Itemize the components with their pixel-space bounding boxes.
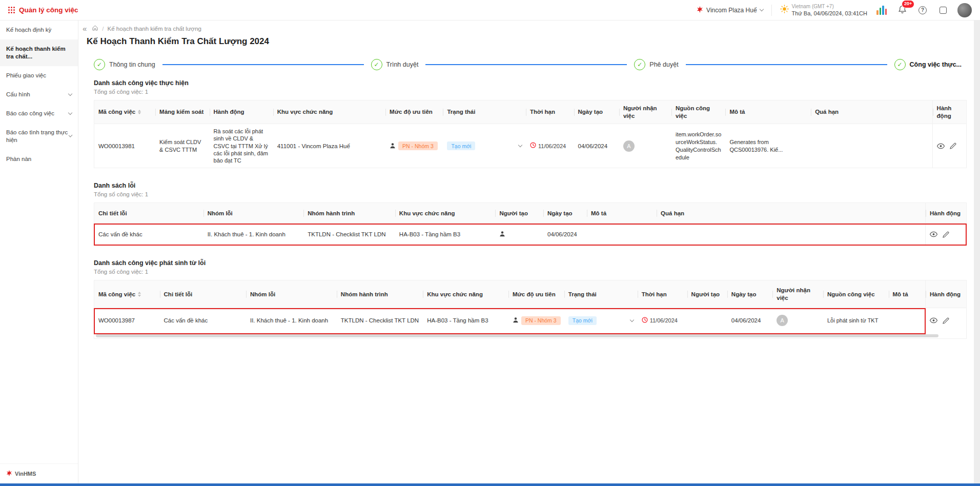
square-icon [940, 7, 947, 14]
scrollbar-thumb[interactable] [96, 334, 938, 337]
sidebar-item-bao-cao-tinh-trang[interactable]: Báo cáo tình trạng thực hiện [0, 123, 78, 150]
table-row[interactable]: Các vấn đề khác II. Khách thuê - 1. Kinh… [94, 224, 966, 245]
col-nguoi-tao: Người tạo [687, 280, 727, 308]
sidebar-collapse-icon[interactable]: « [83, 25, 87, 32]
assignee-avatar[interactable]: A [623, 140, 635, 152]
topbar: Quản lý công việc Vincom Plaza Huế Vietn… [0, 0, 980, 21]
bottom-taskbar-strip [0, 483, 980, 486]
step-phe-duyet[interactable]: ✓ Phê duyệt [634, 59, 678, 70]
frame-button[interactable] [937, 4, 949, 16]
view-icon[interactable] [930, 231, 937, 237]
breadcrumb-current[interactable]: Kế hoạch thanh kiểm tra chất lượng [108, 26, 201, 32]
sidebar-item-cau-hinh[interactable]: Cấu hình [0, 85, 78, 104]
sidebar-item-phan-nan[interactable]: Phàn nàn [0, 150, 78, 169]
notifications-bell[interactable]: 20+ [896, 4, 908, 16]
person-icon [513, 317, 519, 324]
table-header-row: Mã công việc Chi tiết lỗi Nhóm lỗi Nhóm … [94, 280, 966, 308]
col-muc-do-uu-tien: Mức độ ưu tiên [508, 280, 564, 308]
vinhms-logo-icon [6, 470, 12, 477]
sidebar-item-label: Báo cáo công việc [6, 110, 54, 117]
sidebar-item-label: Phiếu giao việc [6, 72, 46, 79]
assignee-avatar[interactable]: A [777, 315, 788, 326]
user-avatar[interactable] [957, 3, 972, 17]
step-connector [425, 64, 627, 65]
col-mo-ta: Mô tả [587, 203, 657, 224]
section-title: Danh sách công việc phát sinh từ lỗi [94, 259, 967, 267]
sort-carets-icon[interactable] [138, 110, 141, 115]
col-qua-han: Quá hạn [657, 203, 925, 224]
step-thong-tin-chung[interactable]: ✓ Thông tin chung [94, 59, 155, 70]
col-khu-vuc-chuc-nang: Khu vực chức năng [423, 280, 508, 308]
col-thoi-han: Thời hạn [638, 280, 687, 308]
sidebar-item-ke-hoach-dinh-ky[interactable]: Kế hoạch định kỳ [0, 21, 78, 39]
status-chip: Tạo mới [447, 141, 475, 150]
table-row[interactable]: WO00013981 Kiểm soát CLDV & CSVC TTTM Rà… [94, 124, 966, 168]
col-trang-thai: Trạng thái [443, 100, 526, 124]
help-button[interactable]: ? [916, 4, 929, 16]
app-launcher-icon[interactable] [8, 7, 15, 13]
step-label: Trình duyệt [386, 61, 419, 68]
sidebar-footer: VinHMS [0, 463, 78, 483]
col-ma-cong-viec[interactable]: Mã công việc [94, 100, 155, 124]
view-icon[interactable] [937, 143, 945, 149]
status-dropdown-chevron-icon[interactable] [629, 318, 634, 322]
cell-nguon-cong-viec: item.workOrder.sourceWorkStatus.QualityC… [671, 124, 725, 168]
derived-table: Mã công việc Chi tiết lỗi Nhóm lỗi Nhóm … [94, 280, 967, 339]
col-actions: Hành động [925, 203, 966, 224]
cell-actions [925, 224, 966, 245]
check-icon: ✓ [634, 59, 645, 70]
col-nguoi-nhan-viec: Người nhận việc [619, 100, 671, 124]
cell-nhom-loi: II. Khách thuê - 1. Kinh doanh [203, 224, 304, 245]
help-icon: ? [918, 6, 927, 14]
col-ngay-tao: Ngày tạo [574, 100, 619, 124]
step-trinh-duyet[interactable]: ✓ Trình duyệt [371, 59, 419, 70]
cell-nguoi-nhan-viec: A [619, 124, 671, 168]
col-trang-thai: Trạng thái [564, 280, 638, 308]
cell-nguoi-tao [687, 308, 727, 333]
col-label: Mã công việc [98, 291, 135, 298]
step-cong-viec-thuc-hien[interactable]: ✓ Công việc thực... [894, 59, 962, 70]
edit-icon[interactable] [943, 317, 949, 324]
notification-badge: 20+ [902, 0, 914, 8]
home-icon[interactable] [92, 25, 98, 32]
cell-ngay-tao: 04/06/2024 [543, 224, 587, 245]
col-mo-ta: Mô tả [889, 280, 925, 308]
edit-icon[interactable] [943, 231, 949, 238]
col-ma-cong-viec[interactable]: Mã công việc [94, 280, 160, 308]
col-chi-tiet-loi: Chi tiết lỗi [160, 280, 246, 308]
sort-carets-icon[interactable] [138, 292, 141, 297]
step-label: Thông tin chung [109, 61, 155, 68]
check-icon: ✓ [894, 59, 906, 70]
col-nhom-loi: Nhóm lỗi [203, 203, 304, 224]
sidebar-item-label: Báo cáo tình trạng thực hiện [6, 129, 69, 144]
cell-ngay-tao: 04/06/2024 [574, 124, 619, 168]
col-nguon-cong-viec: Nguồn công việc [823, 280, 889, 308]
site-name: Vincom Plaza Huế [706, 7, 757, 14]
app-brand[interactable]: Quản lý công việc [8, 6, 78, 14]
edit-icon[interactable] [950, 143, 956, 149]
cell-chi-tiet-loi: Các vấn đề khác [160, 308, 246, 333]
status-dropdown-chevron-icon[interactable] [518, 143, 522, 147]
analytics-icon[interactable] [875, 4, 888, 16]
view-icon[interactable] [930, 317, 937, 323]
section-title: Danh sách công việc thực hiện [94, 79, 967, 87]
cell-thoi-han: 11/06/2024 [638, 308, 687, 333]
breadcrumb-separator: / [102, 26, 104, 32]
sidebar-item-bao-cao-cong-viec[interactable]: Báo cáo công việc [0, 104, 78, 123]
stepper: ✓ Thông tin chung ✓ Trình duyệt ✓ Phê du… [94, 59, 962, 70]
table-header-row: Mã công việc Mảng kiểm soát Hành động Kh… [94, 100, 966, 124]
deadline-date: 11/06/2024 [538, 143, 566, 150]
cell-qua-han [657, 224, 925, 245]
section-total: Tổng số công việc: 1 [94, 191, 967, 197]
cell-muc-do-uu-tien: PN - Nhóm 3 [385, 124, 443, 168]
chevron-down-icon [68, 91, 72, 95]
cell-mo-ta: Generates from QCS00013976. Kiể... [725, 124, 811, 168]
sidebar-item-ke-hoach-thanh-kiem-tra[interactable]: Kế hoạch thanh kiểm tra chất... [0, 39, 78, 66]
col-mo-ta: Mô tả [725, 100, 811, 124]
site-switcher[interactable]: Vincom Plaza Huế [697, 6, 763, 14]
sidebar-item-phieu-giao-viec[interactable]: Phiếu giao việc [0, 66, 78, 85]
table-row[interactable]: WO00013987 Các vấn đề khác II. Khách thu… [94, 308, 966, 333]
tasks-table: Mã công việc Mảng kiểm soát Hành động Kh… [94, 100, 967, 168]
table-header-row: Chi tiết lỗi Nhóm lỗi Nhóm hành trình Kh… [94, 203, 966, 224]
horizontal-scrollbar[interactable] [94, 333, 966, 338]
